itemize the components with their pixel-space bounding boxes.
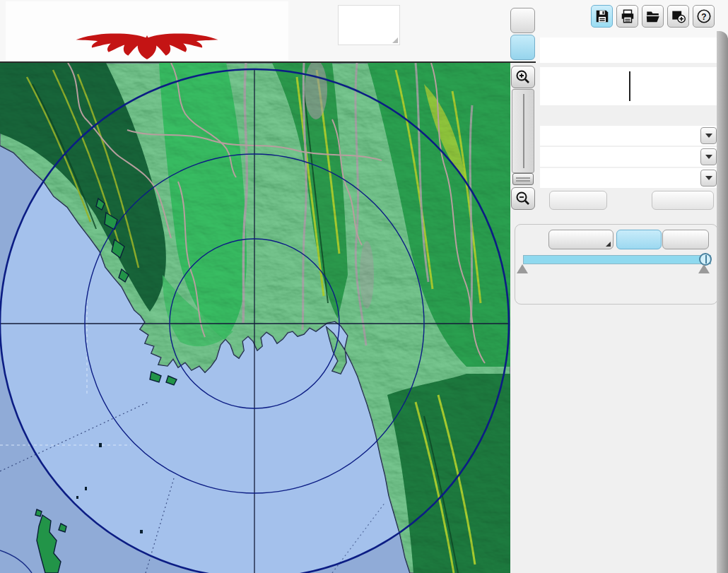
timezone-mmt-button[interactable] — [510, 35, 535, 60]
range-divider — [629, 71, 630, 101]
corner-more-icon — [606, 242, 611, 247]
product-combo-dropdown-button[interactable] — [700, 148, 717, 165]
map-zoom-slider-handle[interactable] — [512, 173, 534, 185]
print-icon — [620, 8, 635, 24]
replay-manual-button[interactable] — [662, 230, 709, 249]
replay-auto-button[interactable] — [616, 230, 662, 249]
jbirds-app-window: ? — [0, 0, 728, 573]
slider-groove — [523, 94, 524, 168]
resize-grip-icon — [392, 37, 398, 43]
print-button[interactable] — [616, 5, 638, 28]
chevron-down-icon — [705, 155, 712, 159]
timezone-utc-button[interactable] — [510, 8, 535, 33]
replay-slider-ticks — [530, 267, 686, 273]
capture-add-button[interactable] — [667, 5, 689, 28]
replay-range-end-marker[interactable] — [698, 264, 710, 273]
replay-range-start-marker[interactable] — [517, 264, 528, 273]
open-folder-icon — [645, 8, 661, 24]
help-button[interactable]: ? — [693, 5, 715, 28]
zoom-out-icon — [515, 190, 532, 207]
save-icon — [594, 8, 610, 24]
open-file-button[interactable] — [642, 5, 664, 28]
option-combo-dropdown-button[interactable] — [700, 170, 717, 187]
window-edge — [717, 31, 728, 573]
replay-slider-track[interactable] — [523, 255, 711, 264]
jbirds-logo — [6, 1, 288, 61]
site-combo[interactable] — [540, 126, 718, 146]
radar-map[interactable] — [0, 63, 510, 573]
save-button[interactable] — [591, 5, 613, 28]
capture-add-icon — [671, 8, 686, 24]
bookmark-button[interactable] — [548, 230, 613, 249]
previous-button[interactable] — [549, 191, 607, 210]
option-combo[interactable] — [540, 168, 718, 188]
site-combo-dropdown-button[interactable] — [700, 127, 717, 144]
map-zoom-in-button[interactable] — [511, 66, 535, 88]
station-name-field — [540, 37, 718, 63]
product-combo[interactable] — [540, 147, 718, 167]
chevron-down-icon — [705, 134, 712, 138]
eagle-icon — [8, 33, 286, 61]
zoom-in-icon — [515, 69, 532, 85]
map-zoom-out-button[interactable] — [511, 187, 535, 210]
svg-text:?: ? — [701, 12, 706, 22]
help-icon: ? — [696, 8, 712, 24]
select-button[interactable] — [652, 191, 714, 210]
clock-inset-box — [338, 5, 400, 45]
map-zoom-slider-track[interactable] — [512, 89, 534, 173]
chevron-down-icon — [705, 176, 712, 180]
